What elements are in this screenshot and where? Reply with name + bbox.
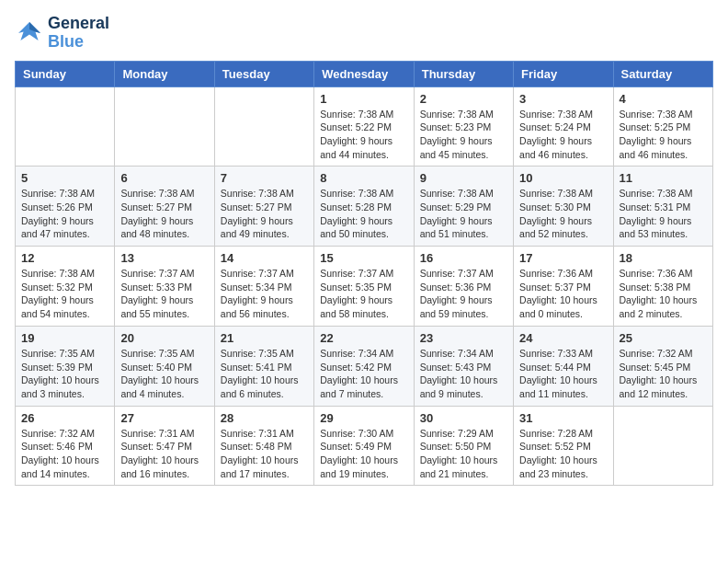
calendar-week-row: 19Sunrise: 7:35 AM Sunset: 5:39 PM Dayli… <box>16 326 713 406</box>
calendar-week-row: 26Sunrise: 7:32 AM Sunset: 5:46 PM Dayli… <box>16 406 713 486</box>
calendar-header: SundayMondayTuesdayWednesdayThursdayFrid… <box>16 61 713 86</box>
day-of-week-header: Wednesday <box>314 61 414 86</box>
day-number: 20 <box>120 331 208 345</box>
calendar-cell: 17Sunrise: 7:36 AM Sunset: 5:37 PM Dayli… <box>514 247 613 327</box>
calendar-cell: 1Sunrise: 7:38 AM Sunset: 5:22 PM Daylig… <box>314 86 414 167</box>
calendar-week-row: 1Sunrise: 7:38 AM Sunset: 5:22 PM Daylig… <box>16 86 713 167</box>
day-number: 26 <box>21 411 108 425</box>
day-number: 4 <box>620 92 707 106</box>
calendar-cell: 24Sunrise: 7:33 AM Sunset: 5:44 PM Dayli… <box>514 326 613 406</box>
day-info: Sunrise: 7:38 AM Sunset: 5:24 PM Dayligh… <box>519 108 607 162</box>
day-number: 23 <box>420 331 507 345</box>
calendar-cell: 14Sunrise: 7:37 AM Sunset: 5:34 PM Dayli… <box>214 247 313 327</box>
day-number: 14 <box>221 251 308 265</box>
day-info: Sunrise: 7:31 AM Sunset: 5:47 PM Dayligh… <box>120 427 208 481</box>
calendar-cell: 26Sunrise: 7:32 AM Sunset: 5:46 PM Dayli… <box>16 406 115 486</box>
calendar-cell: 4Sunrise: 7:38 AM Sunset: 5:25 PM Daylig… <box>613 86 712 167</box>
calendar-cell: 21Sunrise: 7:35 AM Sunset: 5:41 PM Dayli… <box>214 326 313 406</box>
day-info: Sunrise: 7:32 AM Sunset: 5:45 PM Dayligh… <box>620 347 707 401</box>
day-info: Sunrise: 7:38 AM Sunset: 5:27 PM Dayligh… <box>221 187 308 241</box>
day-info: Sunrise: 7:29 AM Sunset: 5:50 PM Dayligh… <box>420 427 507 481</box>
day-number: 10 <box>519 171 607 185</box>
day-number: 3 <box>519 92 607 106</box>
calendar-cell: 15Sunrise: 7:37 AM Sunset: 5:35 PM Dayli… <box>314 247 414 327</box>
day-info: Sunrise: 7:38 AM Sunset: 5:23 PM Dayligh… <box>420 108 507 162</box>
day-number: 19 <box>21 331 108 345</box>
day-number: 6 <box>120 171 208 185</box>
day-info: Sunrise: 7:28 AM Sunset: 5:52 PM Dayligh… <box>519 427 607 481</box>
calendar-cell: 18Sunrise: 7:36 AM Sunset: 5:38 PM Dayli… <box>613 247 712 327</box>
day-number: 30 <box>420 411 507 425</box>
logo-icon <box>15 18 44 48</box>
day-info: Sunrise: 7:35 AM Sunset: 5:39 PM Dayligh… <box>21 347 108 401</box>
day-number: 16 <box>420 251 507 265</box>
calendar-cell: 31Sunrise: 7:28 AM Sunset: 5:52 PM Dayli… <box>514 406 613 486</box>
day-number: 21 <box>221 331 308 345</box>
day-info: Sunrise: 7:36 AM Sunset: 5:37 PM Dayligh… <box>519 267 607 321</box>
calendar-cell: 11Sunrise: 7:38 AM Sunset: 5:31 PM Dayli… <box>613 167 712 247</box>
day-info: Sunrise: 7:38 AM Sunset: 5:28 PM Dayligh… <box>320 187 407 241</box>
calendar-cell: 22Sunrise: 7:34 AM Sunset: 5:42 PM Dayli… <box>314 326 414 406</box>
day-number: 12 <box>21 251 108 265</box>
day-info: Sunrise: 7:35 AM Sunset: 5:40 PM Dayligh… <box>120 347 208 401</box>
calendar-cell <box>115 86 214 167</box>
logo-text: General Blue <box>48 15 109 52</box>
calendar-cell: 29Sunrise: 7:30 AM Sunset: 5:49 PM Dayli… <box>314 406 414 486</box>
day-of-week-header: Monday <box>115 61 214 86</box>
calendar-cell: 27Sunrise: 7:31 AM Sunset: 5:47 PM Dayli… <box>115 406 214 486</box>
day-number: 31 <box>519 411 607 425</box>
day-info: Sunrise: 7:33 AM Sunset: 5:44 PM Dayligh… <box>519 347 607 401</box>
day-number: 22 <box>320 331 407 345</box>
day-info: Sunrise: 7:34 AM Sunset: 5:42 PM Dayligh… <box>320 347 407 401</box>
calendar-cell: 5Sunrise: 7:38 AM Sunset: 5:26 PM Daylig… <box>16 167 115 247</box>
calendar-cell: 30Sunrise: 7:29 AM Sunset: 5:50 PM Dayli… <box>414 406 513 486</box>
calendar-cell: 3Sunrise: 7:38 AM Sunset: 5:24 PM Daylig… <box>514 86 613 167</box>
days-of-week-row: SundayMondayTuesdayWednesdayThursdayFrid… <box>16 61 713 86</box>
day-number: 7 <box>221 171 308 185</box>
day-info: Sunrise: 7:30 AM Sunset: 5:49 PM Dayligh… <box>320 427 407 481</box>
calendar-cell: 2Sunrise: 7:38 AM Sunset: 5:23 PM Daylig… <box>414 86 513 167</box>
day-info: Sunrise: 7:38 AM Sunset: 5:27 PM Dayligh… <box>120 187 208 241</box>
calendar-cell: 16Sunrise: 7:37 AM Sunset: 5:36 PM Dayli… <box>414 247 513 327</box>
day-of-week-header: Tuesday <box>214 61 313 86</box>
calendar-cell: 28Sunrise: 7:31 AM Sunset: 5:48 PM Dayli… <box>214 406 313 486</box>
page-header: General Blue <box>15 15 713 52</box>
day-number: 5 <box>21 171 108 185</box>
day-number: 25 <box>620 331 707 345</box>
day-number: 18 <box>620 251 707 265</box>
day-number: 27 <box>120 411 208 425</box>
day-number: 28 <box>221 411 308 425</box>
day-number: 13 <box>120 251 208 265</box>
day-number: 11 <box>620 171 707 185</box>
day-of-week-header: Sunday <box>16 61 115 86</box>
logo: General Blue <box>15 15 109 52</box>
calendar-week-row: 5Sunrise: 7:38 AM Sunset: 5:26 PM Daylig… <box>16 167 713 247</box>
calendar-table: SundayMondayTuesdayWednesdayThursdayFrid… <box>15 61 713 487</box>
calendar-cell: 25Sunrise: 7:32 AM Sunset: 5:45 PM Dayli… <box>613 326 712 406</box>
day-info: Sunrise: 7:38 AM Sunset: 5:31 PM Dayligh… <box>620 187 707 241</box>
calendar-cell <box>613 406 712 486</box>
calendar-body: 1Sunrise: 7:38 AM Sunset: 5:22 PM Daylig… <box>16 86 713 486</box>
day-info: Sunrise: 7:35 AM Sunset: 5:41 PM Dayligh… <box>221 347 308 401</box>
day-number: 17 <box>519 251 607 265</box>
day-info: Sunrise: 7:37 AM Sunset: 5:34 PM Dayligh… <box>221 267 308 321</box>
day-number: 8 <box>320 171 407 185</box>
day-info: Sunrise: 7:38 AM Sunset: 5:26 PM Dayligh… <box>21 187 108 241</box>
calendar-cell <box>214 86 313 167</box>
day-number: 2 <box>420 92 507 106</box>
day-info: Sunrise: 7:38 AM Sunset: 5:22 PM Dayligh… <box>320 108 407 162</box>
day-info: Sunrise: 7:38 AM Sunset: 5:25 PM Dayligh… <box>620 108 707 162</box>
day-info: Sunrise: 7:37 AM Sunset: 5:33 PM Dayligh… <box>120 267 208 321</box>
calendar-cell: 20Sunrise: 7:35 AM Sunset: 5:40 PM Dayli… <box>115 326 214 406</box>
day-of-week-header: Friday <box>514 61 613 86</box>
day-number: 24 <box>519 331 607 345</box>
day-info: Sunrise: 7:31 AM Sunset: 5:48 PM Dayligh… <box>221 427 308 481</box>
day-info: Sunrise: 7:37 AM Sunset: 5:35 PM Dayligh… <box>320 267 407 321</box>
calendar-cell <box>16 86 115 167</box>
calendar-cell: 9Sunrise: 7:38 AM Sunset: 5:29 PM Daylig… <box>414 167 513 247</box>
calendar-cell: 23Sunrise: 7:34 AM Sunset: 5:43 PM Dayli… <box>414 326 513 406</box>
day-info: Sunrise: 7:37 AM Sunset: 5:36 PM Dayligh… <box>420 267 507 321</box>
calendar-cell: 8Sunrise: 7:38 AM Sunset: 5:28 PM Daylig… <box>314 167 414 247</box>
calendar-cell: 6Sunrise: 7:38 AM Sunset: 5:27 PM Daylig… <box>115 167 214 247</box>
day-number: 1 <box>320 92 407 106</box>
